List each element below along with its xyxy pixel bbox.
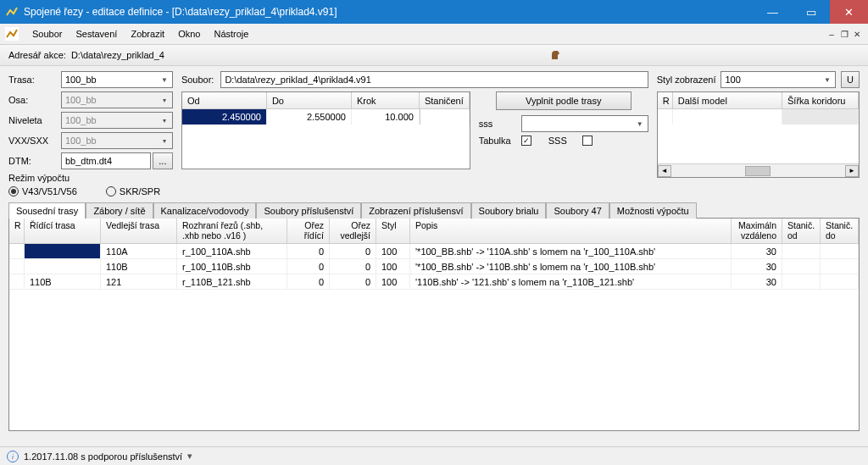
range-grid-row[interactable]: 2.450000 2.550000 10.000 — [182, 109, 470, 125]
dtm-input[interactable]: bb_dtm.dt4 — [61, 152, 151, 169]
menu-zobrazit[interactable]: Zobrazit — [124, 26, 171, 42]
menu-app-icon — [5, 27, 19, 41]
soubor-input[interactable]: D:\data\rezy_priklad_4\priklad4.v91 — [220, 71, 648, 88]
dtm-value: bb_dtm.dt4 — [65, 156, 112, 166]
tab-zobrazeni[interactable]: Zobrazení příslušensví — [361, 202, 470, 219]
trasa-combo[interactable]: 100_bb▼ — [61, 71, 173, 88]
status-dropdown-icon[interactable]: ▾ — [187, 451, 192, 462]
tab-strip: Sousední trasy Zábory / sítě Kanalizace/… — [0, 202, 868, 218]
vxx-combo: 100_bb▾ — [61, 132, 173, 149]
right-options: Vyplnit podle trasy sss ▼ Tabulka ✓ SSS — [479, 91, 648, 169]
style-scrollbar[interactable]: ◄ ► — [658, 163, 859, 177]
maximize-button[interactable]: ▭ — [792, 0, 830, 24]
tabulka-checkbox[interactable]: ✓ — [521, 136, 531, 146]
table-row[interactable]: 110Br_100_110B.shb00100'*100_BB.shb' -> … — [9, 259, 859, 274]
dtm-browse-button[interactable]: ... — [153, 152, 173, 169]
scroll-left-button[interactable]: ◄ — [658, 165, 671, 177]
tab-soubory-pris[interactable]: Soubory příslušenství — [256, 202, 361, 219]
tab-moznosti[interactable]: Možnosti výpočtu — [609, 202, 697, 219]
style-grid[interactable]: R Další model Šířka koridoru ◄ ► — [657, 91, 860, 178]
vxx-value: 100_bb — [65, 136, 97, 146]
menu-nastroje[interactable]: Nástroje — [207, 26, 255, 42]
mdi-close-button[interactable]: ✕ — [851, 28, 863, 40]
style-column: Styl zobrazení 100▼ U R Další model Šířk… — [657, 71, 860, 197]
radio-skr[interactable] — [106, 186, 116, 197]
mdi-minimize-button[interactable]: – — [826, 28, 837, 40]
osa-label: Osa: — [8, 95, 61, 105]
tab-47[interactable]: Soubory 47 — [546, 202, 609, 219]
mh-popis: Popis — [410, 219, 732, 243]
main-grid[interactable]: R Řídící trasa Vedlejší trasa Rozhraní ř… — [8, 218, 860, 431]
niveleta-combo: 100_bb▾ — [61, 112, 173, 129]
table-row[interactable]: 110B121r_110B_121.shb00100'110B.shb' -> … — [9, 274, 859, 290]
hdr-do: Do — [267, 92, 352, 108]
hdr-od: Od — [182, 92, 267, 108]
mh-ridici: Řídící trasa — [25, 219, 101, 243]
sss2-label: SSS — [548, 136, 582, 146]
info-icon: i — [7, 451, 19, 462]
tab-kanalizace[interactable]: Kanalizace/vodovody — [153, 202, 257, 219]
left-column: Trasa: 100_bb▼ Osa: 100_bb▾ Niveleta 100… — [8, 71, 173, 197]
scroll-thumb[interactable] — [745, 166, 771, 176]
style-grid-row[interactable] — [658, 109, 859, 125]
niveleta-value: 100_bb — [65, 115, 97, 125]
cell-krok[interactable]: 10.000 — [352, 109, 420, 125]
close-button[interactable]: ✕ — [830, 0, 868, 24]
title-bar: Spojené řezy - editace definice - [D:\da… — [0, 0, 868, 24]
sss-combo[interactable]: ▼ — [521, 115, 648, 132]
trasa-label: Trasa: — [8, 75, 61, 85]
radio-skr-label: SKR/SPR — [120, 186, 160, 197]
u-button[interactable]: U — [841, 71, 860, 88]
hdr-krok: Krok — [352, 92, 420, 108]
styl-combo[interactable]: 100▼ — [721, 71, 836, 88]
sss-checkbox[interactable] — [582, 136, 593, 146]
mh-orez2: Ořez vedlejší — [330, 219, 376, 243]
window-controls: — ▭ ✕ — [754, 0, 868, 24]
chevron-down-icon: ▾ — [159, 135, 170, 147]
status-bar: i 1.2017.11.08 s podporou příslušenství … — [0, 446, 868, 465]
vyplnit-button[interactable]: Vyplnit podle trasy — [496, 91, 632, 110]
cell-od[interactable]: 2.450000 — [182, 109, 267, 125]
menu-okno[interactable]: Okno — [171, 26, 207, 42]
range-grid-header: Od Do Krok Staničení — [182, 92, 470, 109]
vxx-label: VXX/SXX — [8, 136, 61, 146]
scroll-right-button[interactable]: ► — [845, 165, 859, 177]
dtm-label: DTM: — [8, 156, 61, 166]
mh-stod: Stanič. od — [782, 219, 821, 243]
minimize-button[interactable]: — — [754, 0, 792, 24]
hdr-model: Další model — [673, 92, 782, 108]
hdr-sirka: Šířka koridoru — [782, 92, 859, 108]
addr-label: Adresář akce: — [8, 50, 66, 60]
sss-label: sss — [479, 119, 521, 129]
menu-soubor[interactable]: Soubor — [25, 26, 69, 42]
chevron-down-icon: ▼ — [159, 74, 170, 86]
hdr-r: R — [658, 92, 673, 108]
range-grid[interactable]: Od Do Krok Staničení 2.450000 2.550000 1… — [181, 91, 470, 169]
menu-sestaveni[interactable]: Sestavení — [69, 26, 124, 42]
tabulka-label: Tabulka — [479, 136, 521, 146]
styl-value: 100 — [725, 75, 740, 85]
hdr-staniceni: Staničení — [420, 92, 470, 108]
tab-sousedni[interactable]: Sousední trasy — [8, 202, 86, 219]
style-grid-header: R Další model Šířka koridoru — [658, 92, 859, 109]
status-text: 1.2017.11.08 s podporou příslušenství — [24, 451, 182, 462]
mdi-restore-button[interactable]: ❐ — [838, 28, 850, 40]
middle-column: Soubor: D:\data\rezy_priklad_4\priklad4.… — [181, 71, 648, 197]
mh-styl: Styl — [376, 219, 410, 243]
osa-combo: 100_bb▾ — [61, 91, 173, 108]
table-row[interactable]: 110Ar_100_110A.shb00100'*100_BB.shb' -> … — [9, 244, 859, 259]
mh-stdo: Stanič. do — [821, 219, 859, 243]
tab-zabory[interactable]: Zábory / sítě — [86, 202, 153, 219]
trasa-value: 100_bb — [65, 75, 97, 85]
tab-brialu[interactable]: Soubory brialu — [471, 202, 547, 219]
cell-staniceni[interactable] — [420, 109, 470, 125]
cell-do[interactable]: 2.550000 — [267, 109, 352, 125]
app-icon — [5, 5, 19, 19]
osa-value: 100_bb — [65, 95, 97, 105]
radio-v43[interactable] — [8, 186, 19, 197]
chevron-down-icon: ▾ — [159, 114, 170, 126]
soubor-value: D:\data\rezy_priklad_4\priklad4.v91 — [225, 75, 370, 85]
chevron-down-icon: ▼ — [634, 118, 646, 130]
mh-orez1: Ořez řídící — [287, 219, 330, 243]
niveleta-label: Niveleta — [8, 115, 61, 125]
